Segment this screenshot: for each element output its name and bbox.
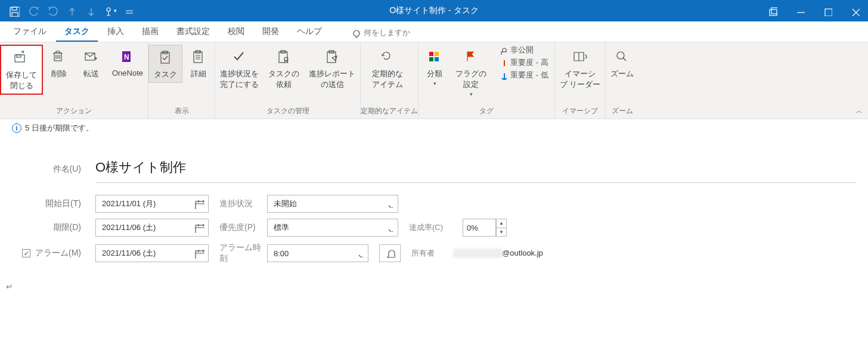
group-tags: 分類 ▾ フラグの 設定 ▾ 非公開 重要度 - 高 重要度	[418, 42, 555, 119]
onenote-icon	[117, 47, 138, 67]
show-details-label: 詳細	[191, 69, 206, 79]
forward-label: 転送	[83, 69, 99, 79]
bulb-icon	[349, 27, 360, 38]
qat-next-button[interactable]	[82, 3, 98, 18]
chevron-down-icon	[385, 223, 393, 232]
complete-value: 0%	[467, 223, 478, 232]
priority-label: 優先度(P)	[219, 222, 267, 233]
reminder-date-input[interactable]: 2021/11/06 (土)	[95, 244, 209, 262]
tab-task[interactable]: タスク	[56, 21, 98, 42]
recurrence-icon	[377, 47, 398, 67]
arrow-down-icon	[497, 70, 507, 80]
onenote-button[interactable]: OneNote	[107, 45, 148, 80]
tab-file[interactable]: ファイル	[5, 21, 55, 42]
immersive-reader-button[interactable]: イマーシ ブ リーダー	[555, 45, 606, 92]
show-details-button[interactable]: 詳細	[182, 45, 215, 82]
qat-save-button[interactable]	[6, 3, 21, 18]
importance-low-button[interactable]: 重要度 - 低	[497, 70, 548, 80]
close-button[interactable]	[841, 0, 868, 21]
zoom-icon	[612, 47, 633, 67]
maximize-button[interactable]	[813, 0, 841, 21]
spinner-down[interactable]: ▼	[497, 228, 506, 237]
info-icon: i	[12, 123, 21, 133]
private-button[interactable]: 非公開	[497, 45, 548, 55]
importance-high-button[interactable]: 重要度 - 高	[497, 57, 548, 68]
check-icon	[230, 47, 250, 67]
reminder-time-select[interactable]: 8:00	[267, 244, 368, 262]
group-tags-label: タグ	[418, 105, 554, 119]
tab-review[interactable]: 校閲	[219, 21, 253, 42]
tell-me-search[interactable]: 何をしますか	[342, 24, 417, 42]
due-date-value: 2021/11/06 (土)	[102, 222, 156, 233]
reminder-checkbox[interactable]: ✓	[22, 249, 30, 257]
mark-complete-label: 進捗状況を 完了にする	[220, 69, 259, 90]
trash-icon	[49, 47, 69, 67]
followup-label: フラグの 設定	[455, 69, 486, 90]
zoom-label: ズーム	[610, 69, 634, 79]
spinner-up[interactable]: ▲	[497, 219, 506, 228]
show-task-button[interactable]: タスク	[148, 45, 182, 83]
group-manage-label: タスクの管理	[215, 105, 360, 119]
start-date-input[interactable]: 2021/11/01 (月)	[95, 195, 209, 213]
zoom-button[interactable]: ズーム	[606, 45, 638, 82]
subject-label: 件名(U)	[12, 164, 95, 175]
collapse-ribbon-button[interactable]: ︿	[855, 105, 863, 116]
flag-icon	[461, 47, 481, 67]
forward-button[interactable]: 転送	[75, 45, 107, 82]
status-select[interactable]: 未開始	[267, 195, 398, 213]
group-zoom: ズーム ズーム	[606, 42, 638, 119]
owner-label: 所有者	[411, 248, 453, 259]
calendar-icon	[194, 198, 204, 209]
start-date-label: 開始日(T)	[12, 198, 95, 209]
recurrence-button[interactable]: 定期的な アイテム	[361, 45, 414, 92]
qat-redo-button[interactable]	[44, 3, 60, 18]
due-date-label: 期限(D)	[12, 222, 95, 233]
group-immersive-label: イマーシブ	[555, 105, 606, 119]
importance-high-label: 重要度 - 高	[510, 57, 548, 68]
qat-undo-button[interactable]	[25, 3, 41, 18]
recurrence-label: 定期的な アイテム	[372, 69, 403, 90]
clipboard-check-icon	[156, 48, 176, 68]
priority-select[interactable]: 標準	[267, 219, 398, 237]
task-form: 件名(U) O様サイト制作 開始日(T) 2021/11/01 (月) 進捗状況…	[0, 137, 868, 264]
tab-draw[interactable]: 描画	[134, 21, 167, 42]
exclamation-icon	[497, 58, 507, 67]
clipboard-send-icon	[322, 47, 342, 67]
save-close-button[interactable]: 保存して 閉じる	[0, 45, 43, 95]
send-status-button[interactable]: 進捗レポート の送信	[304, 45, 360, 92]
reminder-sound-button[interactable]	[379, 244, 401, 262]
tab-help[interactable]: ヘルプ	[289, 21, 330, 42]
categorize-button[interactable]: 分類 ▾	[418, 45, 451, 89]
task-body-editor[interactable]: ↵	[0, 270, 868, 303]
info-text: 5 日後が期限です。	[25, 123, 94, 133]
qat-touch-button[interactable]: ▾	[101, 3, 117, 18]
calendar-icon	[194, 248, 204, 259]
categorize-label: 分類	[427, 69, 442, 79]
complete-label: 達成率(C)	[409, 222, 463, 233]
minimize-button[interactable]	[786, 0, 813, 21]
due-date-input[interactable]: 2021/11/06 (土)	[95, 219, 209, 237]
clipboard-lines-icon	[188, 47, 209, 67]
group-recurrence-label: 定期的なアイテム	[361, 105, 418, 119]
complete-input[interactable]: 0%	[463, 219, 496, 237]
qat-prev-button[interactable]	[63, 3, 79, 18]
tab-developer[interactable]: 開発	[254, 21, 287, 42]
categories-icon	[424, 47, 445, 67]
window-controls	[758, 0, 868, 21]
ribbon-tabs: ファイル タスク 挿入 描画 書式設定 校閲 開発 ヘルプ 何をしますか	[0, 21, 868, 42]
qat-customize-button[interactable]	[120, 3, 136, 18]
mark-complete-button[interactable]: 進捗状況を 完了にする	[215, 45, 264, 92]
ribbon-display-button[interactable]	[758, 0, 786, 21]
private-label: 非公開	[510, 45, 534, 55]
subject-input[interactable]: O様サイト制作	[95, 155, 856, 183]
assign-task-button[interactable]: タスクの 依頼	[264, 45, 304, 92]
tell-me-label: 何をしますか	[364, 27, 410, 38]
reader-icon	[570, 47, 590, 67]
delete-button[interactable]: 削除	[43, 45, 75, 82]
tab-insert[interactable]: 挿入	[99, 21, 132, 42]
status-label: 進捗状況	[219, 198, 267, 209]
tab-format[interactable]: 書式設定	[168, 21, 218, 42]
followup-button[interactable]: フラグの 設定 ▾	[451, 45, 491, 100]
delete-label: 削除	[51, 69, 67, 79]
complete-spinner[interactable]: ▲ ▼	[496, 219, 507, 237]
